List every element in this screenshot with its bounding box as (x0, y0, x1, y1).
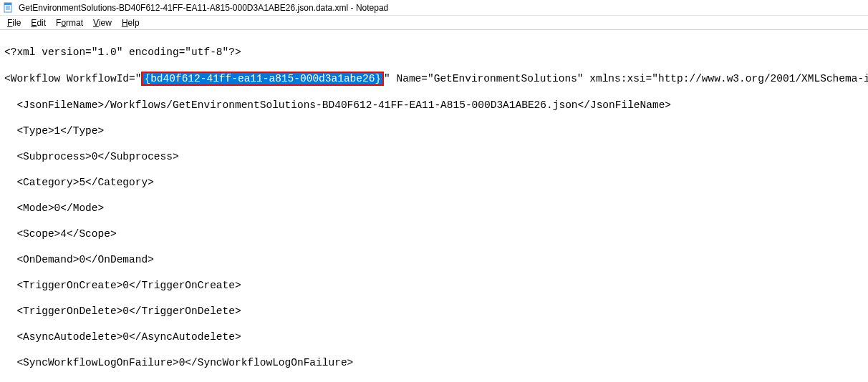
line-asyncautodelete: <AsyncAutodelete>0</AsyncAutodelete> (4, 330, 864, 343)
menu-file[interactable]: File (3, 17, 25, 29)
menu-bar: File Edit Format View Help (0, 16, 868, 30)
line-triggeroncreate: <TriggerOnCreate>0</TriggerOnCreate> (4, 279, 864, 292)
svg-rect-1 (4, 3, 11, 5)
line-type: <Type>1</Type> (4, 124, 864, 137)
line-category: <Category>5</Category> (4, 176, 864, 189)
line-subprocess: <Subprocess>0</Subprocess> (4, 150, 864, 163)
workflow-open-pre: <Workflow WorkflowId=" (4, 73, 141, 84)
line-workflow-open: <Workflow WorkflowId="{bd40f612-41ff-ea1… (4, 72, 864, 86)
menu-help[interactable]: Help (117, 17, 144, 29)
line-scope: <Scope>4</Scope> (4, 227, 864, 240)
notepad-icon (3, 2, 14, 14)
line-mode: <Mode>0</Mode> (4, 202, 864, 215)
line-ondemand: <OnDemand>0</OnDemand> (4, 253, 864, 266)
window-title-bar: GetEnvironmentSolutions-BD40F612-41FF-EA… (0, 0, 868, 16)
menu-format[interactable]: Format (52, 17, 87, 29)
line-xml-decl: <?xml version="1.0" encoding="utf-8"?> (4, 46, 864, 59)
line-triggerondelete: <TriggerOnDelete>0</TriggerOnDelete> (4, 305, 864, 318)
window-title: GetEnvironmentSolutions-BD40F612-41FF-EA… (19, 3, 388, 13)
menu-edit[interactable]: Edit (26, 17, 50, 29)
menu-view[interactable]: View (89, 17, 116, 29)
line-syncworkflowlog: <SyncWorkflowLogOnFailure>0</SyncWorkflo… (4, 356, 864, 369)
workflow-id-selection[interactable]: {bd40f612-41ff-ea11-a815-000d3a1abe26} (141, 72, 384, 86)
text-area[interactable]: <?xml version="1.0" encoding="utf-8"?> <… (0, 30, 868, 382)
workflow-open-post: " Name="GetEnvironmentSolutions" xmlns:x… (384, 73, 868, 84)
line-jsonfilename: <JsonFileName>/Workflows/GetEnvironmentS… (4, 99, 864, 112)
